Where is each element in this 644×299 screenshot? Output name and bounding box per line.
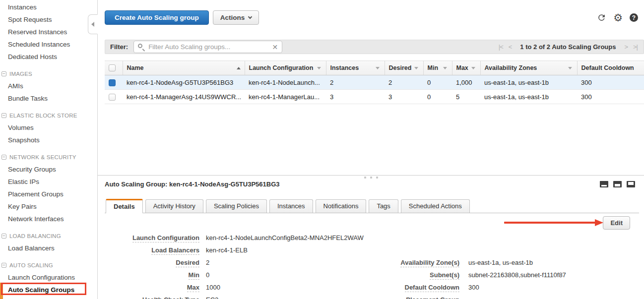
sidebar-item-load-balancers[interactable]: Load Balancers bbox=[0, 242, 97, 254]
sidebar-item-placement-groups[interactable]: Placement Groups bbox=[0, 188, 97, 200]
sidebar-item-key-pairs[interactable]: Key Pairs bbox=[0, 200, 97, 213]
sidebar-section-elastic-block-store[interactable]: − ELASTIC BLOCK STORE bbox=[0, 109, 97, 121]
pagination-next-button[interactable]: > bbox=[624, 43, 628, 51]
sort-desc-icon bbox=[414, 67, 418, 69]
column-header-default-cooldown[interactable]: Default Cooldown bbox=[577, 61, 644, 75]
sidebar-item-reserved-instances[interactable]: Reserved Instances bbox=[0, 26, 97, 38]
tab-activity-history[interactable]: Activity History bbox=[145, 199, 203, 213]
sidebar-item-network-interfaces[interactable]: Network Interfaces bbox=[0, 213, 97, 225]
edit-row: Edit bbox=[105, 213, 639, 230]
sidebar-item-scheduled-instances[interactable]: Scheduled Instances bbox=[0, 38, 97, 51]
clear-icon[interactable]: ✕ bbox=[272, 43, 278, 52]
tab-tags[interactable]: Tags bbox=[369, 199, 398, 213]
column-header-availability-zones[interactable]: Availability Zones bbox=[480, 61, 577, 75]
tab-instances[interactable]: Instances bbox=[269, 199, 313, 213]
column-label: Max bbox=[456, 64, 468, 71]
sort-desc-icon bbox=[317, 67, 321, 69]
field-value-max: 1000 bbox=[199, 284, 384, 291]
sidebar-item-instances[interactable]: Instances bbox=[0, 1, 97, 13]
pagination-prev-button[interactable]: < bbox=[509, 43, 512, 51]
sidebar-section-auto-scaling[interactable]: − AUTO SCALING bbox=[0, 259, 97, 271]
column-label: Desired bbox=[389, 64, 412, 71]
sidebar-item-auto-scaling-groups[interactable]: Auto Scaling Groups bbox=[0, 284, 97, 296]
field-value-launch-configuration: ken-rc4-1-NodeLaunchConfigBeta2-MNA2HFEL… bbox=[199, 234, 384, 241]
layout-split-pane-icon[interactable] bbox=[613, 181, 622, 187]
column-header-desired[interactable]: Desired bbox=[385, 61, 423, 75]
tab-scheduled-actions[interactable]: Scheduled Actions bbox=[401, 199, 470, 213]
layout-top-pane-icon[interactable] bbox=[627, 181, 635, 187]
cell-max: 5 bbox=[452, 90, 480, 104]
field-label-max: Max bbox=[105, 284, 199, 291]
sidebar-item-bundle-tasks[interactable]: Bundle Tasks bbox=[0, 92, 97, 105]
sidebar-section-images[interactable]: − IMAGES bbox=[0, 67, 97, 80]
gear-icon[interactable]: ⚙ bbox=[613, 12, 623, 23]
sidebar-item-dedicated-hosts[interactable]: Dedicated Hosts bbox=[0, 51, 97, 63]
column-label: Default Cooldown bbox=[581, 64, 634, 71]
pagination-last-button[interactable]: >| bbox=[633, 43, 638, 51]
section-collapse-icon[interactable]: − bbox=[1, 71, 6, 76]
sort-desc-icon bbox=[471, 67, 475, 69]
section-header-label: NETWORK & SECURITY bbox=[9, 154, 76, 160]
sidebar-item-snapshots[interactable]: Snapshots bbox=[0, 134, 97, 146]
row-checkbox[interactable] bbox=[109, 79, 116, 86]
tab-scaling-policies[interactable]: Scaling Policies bbox=[206, 199, 267, 213]
field-value-load-balancers: ken-rc4-1-ELB bbox=[199, 246, 384, 254]
table-row[interactable]: ken-rc4-1-ManagerAsg-14US9WWCR... ken-rc… bbox=[105, 90, 644, 104]
column-header-name[interactable]: Name bbox=[123, 61, 245, 75]
actions-button[interactable]: Actions bbox=[213, 10, 259, 25]
sidebar-item-amis[interactable]: AMIs bbox=[0, 80, 97, 92]
cell-default-cooldown: 300 bbox=[577, 75, 644, 90]
sidebar-item-launch-configurations[interactable]: Launch Configurations bbox=[0, 271, 97, 284]
section-collapse-icon[interactable]: − bbox=[1, 263, 6, 268]
sidebar-section-network-security[interactable]: − NETWORK & SECURITY bbox=[0, 151, 97, 163]
table-header-row: Name Launch Configuration Instances Desi… bbox=[105, 61, 644, 75]
cell-availability-zones: us-east-1a, us-east-1b bbox=[480, 90, 577, 104]
create-auto-scaling-group-button[interactable]: Create Auto Scaling group bbox=[105, 10, 209, 25]
column-header-instances[interactable]: Instances bbox=[326, 61, 385, 75]
column-header-min[interactable]: Min bbox=[423, 61, 452, 75]
cell-desired: 3 bbox=[385, 90, 423, 104]
tab-details[interactable]: Details bbox=[106, 199, 143, 213]
table-row[interactable]: ken-rc4-1-NodeAsg-G5TU3P561BG3 ken-rc4-1… bbox=[105, 75, 644, 90]
sort-desc-icon bbox=[443, 67, 447, 69]
section-collapse-icon[interactable]: − bbox=[1, 234, 6, 239]
ec2-console: Instances Spot Requests Reserved Instanc… bbox=[0, 0, 644, 299]
collapse-left-icon bbox=[91, 22, 94, 27]
sidebar-collapse-toggle[interactable] bbox=[88, 14, 98, 34]
section-collapse-icon[interactable]: − bbox=[1, 113, 6, 118]
refresh-icon[interactable] bbox=[597, 13, 606, 22]
column-header-max[interactable]: Max bbox=[452, 61, 480, 75]
row-checkbox[interactable] bbox=[109, 94, 116, 101]
chevron-down-icon bbox=[248, 14, 252, 18]
section-collapse-icon[interactable]: − bbox=[1, 155, 6, 160]
field-value-subnets: subnet-22163808,subnet-f1110f87 bbox=[459, 271, 639, 279]
field-label-placement-group: Placement Group bbox=[384, 296, 459, 299]
section-header-label: AUTO SCALING bbox=[9, 262, 53, 268]
edit-button[interactable]: Edit bbox=[603, 216, 630, 230]
search-wrap: ✕ bbox=[133, 41, 282, 53]
field-label-default-cooldown: Default Cooldown bbox=[384, 284, 459, 291]
sidebar-item-volumes[interactable]: Volumes bbox=[0, 121, 97, 134]
cell-min: 0 bbox=[423, 90, 452, 104]
layout-bottom-pane-icon[interactable] bbox=[600, 181, 608, 187]
sidebar-section-load-balancing[interactable]: − LOAD BALANCING bbox=[0, 230, 97, 242]
pagination-first-button[interactable]: |< bbox=[499, 43, 503, 51]
column-header-launch-configuration[interactable]: Launch Configuration bbox=[245, 61, 326, 75]
field-value-availability-zones: us-east-1a, us-east-1b bbox=[459, 259, 639, 266]
sidebar-item-security-groups[interactable]: Security Groups bbox=[0, 163, 97, 176]
section-header-label: LOAD BALANCING bbox=[9, 233, 61, 239]
sidebar-item-elastic-ips[interactable]: Elastic IPs bbox=[0, 176, 97, 188]
sidebar: Instances Spot Requests Reserved Instanc… bbox=[0, 0, 98, 299]
filter-search-input[interactable] bbox=[133, 41, 282, 53]
cell-launch-configuration: ken-rc4-1-ManagerLau... bbox=[245, 90, 326, 104]
cell-launch-configuration: ken-rc4-1-NodeLaunch... bbox=[245, 75, 326, 90]
column-label: Name bbox=[127, 64, 144, 71]
help-icon[interactable]: ? bbox=[630, 13, 638, 22]
select-all-checkbox[interactable] bbox=[109, 64, 116, 71]
tab-notifications[interactable]: Notifications bbox=[316, 199, 367, 213]
detail-panel-header: Auto Scaling Group: ken-rc4-1-NodeAsg-G5… bbox=[105, 180, 639, 188]
select-all-header bbox=[105, 61, 123, 75]
drag-handle[interactable] bbox=[364, 177, 378, 179]
sidebar-item-spot-requests[interactable]: Spot Requests bbox=[0, 13, 97, 26]
panel-gap bbox=[105, 104, 639, 175]
